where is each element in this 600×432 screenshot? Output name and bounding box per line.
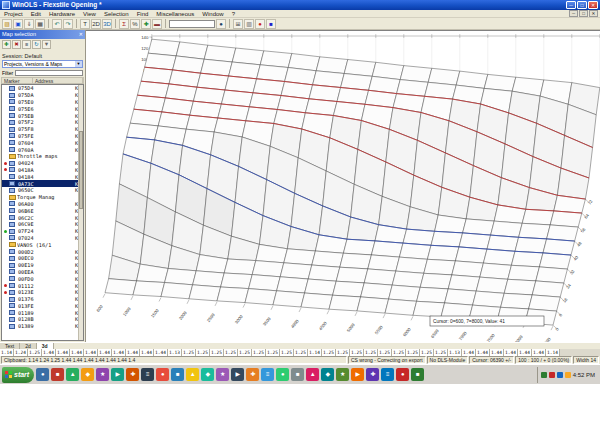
map-list-item[interactable]: 013FEK	[2, 303, 83, 310]
strip-cell[interactable]: 1.25	[322, 349, 336, 356]
map-list-item[interactable]: 0418AK	[2, 167, 83, 174]
record-button[interactable]: ●	[255, 19, 265, 29]
map-list-item[interactable]: 00EC0K	[2, 255, 83, 262]
menu-hardware[interactable]: Hardware	[45, 10, 79, 18]
strip-cell[interactable]: 1.25	[252, 349, 266, 356]
map-list-item[interactable]: 01389K	[2, 323, 83, 330]
menu-edit[interactable]: Edit	[27, 10, 45, 18]
strip-cell[interactable]: 1.14	[546, 349, 560, 356]
strip-cell[interactable]: 1.25	[378, 349, 392, 356]
strip-cell[interactable]: 1.25	[266, 349, 280, 356]
import-button[interactable]: ⇓	[24, 19, 34, 29]
quicklaunch-icon-26[interactable]: ■	[411, 368, 424, 381]
delete-map-button[interactable]: ✖	[12, 40, 21, 49]
strip-cell[interactable]: 1.25	[196, 349, 210, 356]
quicklaunch-icon-10[interactable]: ■	[171, 368, 184, 381]
strip-cell[interactable]: 1.44	[56, 349, 70, 356]
monitor-button[interactable]: ■	[266, 19, 276, 29]
strip-cell[interactable]: 1.25	[294, 349, 308, 356]
menu-miscellaneous[interactable]: Miscellaneous	[152, 10, 198, 18]
quicklaunch-icon-8[interactable]: ≡	[141, 368, 154, 381]
panel-close-icon[interactable]: ✕	[79, 30, 83, 39]
strip-cell[interactable]: 1.13	[448, 349, 462, 356]
filter-menu-button[interactable]: ▼	[42, 40, 51, 49]
map-list-item[interactable]: 075F8K	[2, 126, 83, 133]
strip-cell[interactable]: 1.44	[70, 349, 84, 356]
map-list-item[interactable]: 075F2K	[2, 119, 83, 126]
map-list-item[interactable]: 075E6K	[2, 105, 83, 112]
menu-view[interactable]: View	[79, 10, 100, 18]
redo-button[interactable]: ↷	[63, 19, 73, 29]
quicklaunch-icon-7[interactable]: ✚	[126, 368, 139, 381]
map-list-item[interactable]: 0A73CK	[2, 180, 83, 187]
tree-mode-combobox[interactable]: Projects, Versions & Maps ▼	[2, 60, 83, 68]
map-list-item[interactable]: 07024K	[2, 235, 83, 242]
strip-cell[interactable]: 1.25	[28, 349, 42, 356]
mdi-restore-button[interactable]: □	[579, 10, 588, 17]
strip-cell[interactable]: 1.44	[98, 349, 112, 356]
strip-cell[interactable]: 1.25	[434, 349, 448, 356]
increase-button[interactable]: ✚	[141, 19, 151, 29]
map-list-item[interactable]: 06B6EK	[2, 207, 83, 214]
refresh-button[interactable]: ↻	[32, 40, 41, 49]
quicklaunch-icon-4[interactable]: ◆	[81, 368, 94, 381]
map-list-item[interactable]: 01376K	[2, 296, 83, 303]
strip-cell[interactable]: 1.44	[112, 349, 126, 356]
strip-cell[interactable]: 1.13	[168, 349, 182, 356]
map-list-item[interactable]: 01112K	[2, 282, 83, 289]
strip-cell[interactable]: 1.14	[308, 349, 322, 356]
find-button[interactable]: ●	[216, 19, 226, 29]
open-project-button[interactable]: ▨	[2, 19, 12, 29]
strip-cell[interactable]: 1.25	[280, 349, 294, 356]
strip-cell[interactable]: 1.25	[350, 349, 364, 356]
strip-cell[interactable]: 1.44	[126, 349, 140, 356]
tray-icon-2[interactable]	[549, 372, 555, 378]
map-list-item[interactable]: 04184K	[2, 173, 83, 180]
column-address[interactable]: Address	[33, 78, 83, 83]
strip-cell[interactable]: 1.25	[420, 349, 434, 356]
mdi-close-button[interactable]: ✕	[589, 10, 598, 17]
quicklaunch-icon-16[interactable]: ≡	[261, 368, 274, 381]
tray-clock[interactable]: 4:52 PM	[573, 372, 595, 378]
map-list-item[interactable]: 0123EK	[2, 289, 83, 296]
quicklaunch-icon-19[interactable]: ▲	[306, 368, 319, 381]
quicklaunch-icon-22[interactable]: ▶	[351, 368, 364, 381]
quicklaunch-icon-9[interactable]: ●	[156, 368, 169, 381]
map-list-item[interactable]: 06C9EK	[2, 221, 83, 228]
list-scrollbar[interactable]	[78, 85, 83, 340]
quicklaunch-icon-11[interactable]: ▲	[186, 368, 199, 381]
menu-project[interactable]: Project	[0, 10, 27, 18]
map-folder-item[interactable]: Throttle maps	[2, 153, 83, 160]
map-list-button[interactable]: ⊞	[233, 19, 243, 29]
new-map-button[interactable]: ✚	[2, 40, 11, 49]
view-2d-button[interactable]: 2D	[91, 19, 101, 29]
print-button[interactable]: ▦	[35, 19, 45, 29]
chevron-down-icon[interactable]: ▼	[75, 61, 82, 67]
strip-cell[interactable]: 1.44	[462, 349, 476, 356]
map-list-item[interactable]: 00FD0K	[2, 275, 83, 282]
quicklaunch-icon-2[interactable]: ■	[51, 368, 64, 381]
strip-cell[interactable]: 1.25	[210, 349, 224, 356]
scrollbar-thumb[interactable]	[79, 131, 83, 210]
quicklaunch-icon-23[interactable]: ✚	[366, 368, 379, 381]
quicklaunch-icon-6[interactable]: ▶	[111, 368, 124, 381]
quicklaunch-icon-15[interactable]: ✚	[246, 368, 259, 381]
strip-cell[interactable]: 1.14	[0, 349, 14, 356]
strip-cell[interactable]: 1.25	[238, 349, 252, 356]
map-folder-item[interactable]: Torque Manag	[2, 194, 83, 201]
decrease-button[interactable]: ▬	[152, 19, 162, 29]
map-list-item[interactable]: 075FEK	[2, 133, 83, 140]
map-list-item[interactable]: 06C2CK	[2, 214, 83, 221]
strip-cell[interactable]: 1.24	[14, 349, 28, 356]
strip-cell[interactable]: 1.44	[490, 349, 504, 356]
strip-cell[interactable]: 1.44	[518, 349, 532, 356]
map-list-item[interactable]: 075EBK	[2, 112, 83, 119]
map-list-item[interactable]: 04024K	[2, 160, 83, 167]
start-button[interactable]: start	[2, 367, 34, 383]
quicklaunch-icon-1[interactable]: ●	[36, 368, 49, 381]
tray-icon-1[interactable]	[541, 372, 547, 378]
checksum-button[interactable]: Σ	[119, 19, 129, 29]
surface-plot[interactable]: 0204060801001201406001000150020002500300…	[86, 31, 600, 343]
percent-button[interactable]: %	[130, 19, 140, 29]
strip-cell[interactable]: 1.25	[364, 349, 378, 356]
